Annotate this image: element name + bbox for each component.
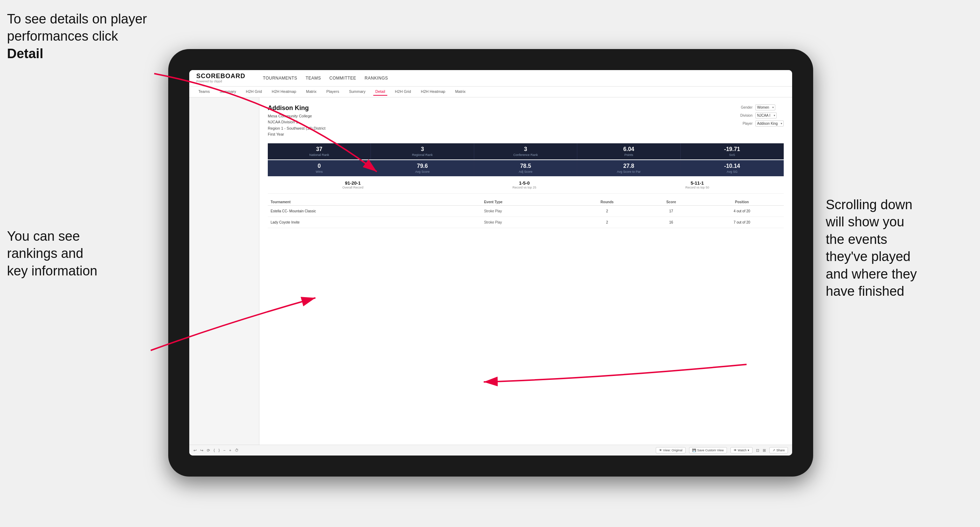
save-label: Save Custom View bbox=[697, 449, 724, 452]
division-select[interactable]: NJCAA I bbox=[755, 113, 777, 118]
position-1: 4 out of 20 bbox=[700, 206, 784, 217]
sub-nav: Teams Summary H2H Grid H2H Heatmap Matri… bbox=[189, 87, 792, 97]
tablet-frame: SCOREBOARD Powered by clippd TOURNAMENTS… bbox=[168, 49, 813, 476]
tab-teams[interactable]: Teams bbox=[196, 88, 212, 96]
redo-icon[interactable]: ↪ bbox=[200, 448, 203, 453]
logo-title: SCOREBOARD bbox=[196, 73, 245, 80]
score-1: 17 bbox=[642, 206, 700, 217]
regional-rank-value: 3 bbox=[374, 146, 470, 152]
gender-label: Gender bbox=[734, 105, 752, 110]
player-label: Player bbox=[734, 122, 752, 125]
player-filter-row: Player Addison King bbox=[734, 121, 784, 127]
tournament-table: Tournament Event Type Rounds Score Posit… bbox=[268, 199, 784, 228]
col-score: Score bbox=[642, 199, 700, 206]
tab-matrix2[interactable]: Matrix bbox=[453, 88, 468, 96]
record-overall: 91-20-1 Overall Record bbox=[342, 181, 363, 189]
tab-detail[interactable]: Detail bbox=[373, 88, 387, 96]
tab-matrix[interactable]: Matrix bbox=[304, 88, 318, 96]
watch-button[interactable]: 👁 Watch ▾ bbox=[730, 447, 752, 453]
records-row: 91-20-1 Overall Record 1-5-0 Record vs t… bbox=[268, 181, 784, 194]
adj-score-label: Adj Score bbox=[478, 170, 573, 173]
table-row: Lady Coyote Invite Stroke Play 2 16 7 ou… bbox=[268, 217, 784, 228]
player-name: Addison King bbox=[268, 105, 325, 112]
tournament-name-2: Lady Coyote Invite bbox=[268, 217, 460, 228]
refresh-icon[interactable]: ⟳ bbox=[207, 448, 210, 453]
stat-adj-score: 78.5 Adj Score bbox=[474, 160, 577, 176]
tab-h2h-grid2[interactable]: H2H Grid bbox=[393, 88, 413, 96]
player-year: First Year bbox=[268, 132, 325, 138]
annotation-bottom-left: You can seerankings andkey information bbox=[7, 228, 140, 279]
stat-wins: 0 Wins bbox=[268, 160, 371, 176]
tab-summary[interactable]: Summary bbox=[217, 88, 238, 96]
adj-score-value: 78.5 bbox=[478, 163, 573, 169]
share-icon: ↗ bbox=[773, 449, 775, 452]
tournament-empty-2 bbox=[460, 217, 481, 228]
undo-icon[interactable]: ↩ bbox=[194, 448, 197, 453]
avg-score-par-label: Avg Score to Par bbox=[581, 170, 676, 173]
view-original-button[interactable]: 👁 View: Original bbox=[656, 447, 686, 453]
nav-tournaments[interactable]: TOURNAMENTS bbox=[263, 76, 297, 81]
event-type-2: Stroke Play bbox=[481, 217, 572, 228]
tab-h2h-heatmap[interactable]: H2H Heatmap bbox=[269, 88, 298, 96]
tab-summary2[interactable]: Summary bbox=[347, 88, 368, 96]
avg-sg-label: Avg SG bbox=[684, 170, 780, 173]
nav-teams[interactable]: TEAMS bbox=[305, 76, 321, 81]
view-icon: 👁 bbox=[659, 449, 662, 452]
clock-icon[interactable]: ⏱ bbox=[235, 448, 239, 452]
stats-row-1: 37 National Rank 3 Regional Rank 3 Confe… bbox=[268, 143, 784, 159]
division-filter-row: Division NJCAA I bbox=[734, 113, 784, 118]
stat-avg-score-par: 27.8 Avg Score to Par bbox=[577, 160, 680, 176]
gender-select[interactable]: Women bbox=[755, 105, 775, 110]
overall-record-label: Overall Record bbox=[342, 186, 363, 189]
save-custom-view-button[interactable]: 💾 Save Custom View bbox=[689, 447, 727, 453]
stat-regional-rank: 3 Regional Rank bbox=[371, 143, 474, 159]
grid-icon[interactable]: ⊞ bbox=[763, 448, 766, 453]
nav-rankings[interactable]: RANKINGS bbox=[364, 76, 388, 81]
col-rounds: Rounds bbox=[572, 199, 643, 206]
col-empty bbox=[460, 199, 481, 206]
gender-select-wrapper[interactable]: Women bbox=[755, 105, 775, 110]
watch-icon: 👁 bbox=[733, 449, 737, 452]
app-logo: SCOREBOARD Powered by clippd bbox=[196, 73, 245, 83]
wins-label: Wins bbox=[271, 170, 367, 173]
nav-committee[interactable]: COMMITTEE bbox=[329, 76, 356, 81]
minus-icon[interactable]: − bbox=[223, 448, 225, 452]
stat-conference-rank: 3 Conference Rank bbox=[474, 143, 577, 159]
sos-value: -19.71 bbox=[684, 146, 780, 152]
regional-rank-label: Regional Rank bbox=[374, 153, 470, 157]
col-position: Position bbox=[700, 199, 784, 206]
annotation-text-prefix: To see details on player performances cl… bbox=[7, 11, 147, 43]
col-event-type: Event Type bbox=[481, 199, 572, 206]
score-2: 16 bbox=[642, 217, 700, 228]
share-button[interactable]: ↗ Share bbox=[769, 447, 788, 453]
tab-h2h-grid[interactable]: H2H Grid bbox=[243, 88, 264, 96]
player-select[interactable]: Addison King bbox=[755, 121, 784, 127]
annotation-top-left: To see details on player performances cl… bbox=[7, 11, 147, 62]
stat-national-rank: 37 National Rank bbox=[268, 143, 371, 159]
watch-chevron: ▾ bbox=[748, 449, 749, 452]
player-header: Addison King Mesa Community College NJCA… bbox=[268, 105, 784, 138]
forward-icon[interactable]: ⟩ bbox=[218, 448, 220, 453]
logo-sub: Powered by clippd bbox=[196, 80, 245, 83]
left-panel bbox=[189, 97, 259, 444]
content-area: Addison King Mesa Community College NJCA… bbox=[189, 97, 792, 444]
annotation-right: Scrolling downwill show youthe eventsthe… bbox=[826, 196, 973, 300]
table-row: Estella CC- Mountain Classic Stroke Play… bbox=[268, 206, 784, 217]
annotation-right-text: Scrolling downwill show youthe eventsthe… bbox=[826, 197, 917, 298]
sos-label: SoS bbox=[684, 153, 780, 157]
player-info: Addison King Mesa Community College NJCA… bbox=[268, 105, 325, 138]
tab-h2h-heatmap2[interactable]: H2H Heatmap bbox=[419, 88, 448, 96]
rounds-1: 2 bbox=[572, 206, 643, 217]
avg-score-value: 79.6 bbox=[374, 163, 470, 169]
top50-record-label: Record vs top 50 bbox=[685, 186, 709, 189]
screen-icon[interactable]: ⊡ bbox=[756, 448, 759, 453]
back-icon[interactable]: ⟨ bbox=[213, 448, 215, 453]
player-filters: Gender Women Division NJCAA bbox=[734, 105, 784, 127]
tab-players[interactable]: Players bbox=[324, 88, 341, 96]
division-select-wrapper[interactable]: NJCAA I bbox=[755, 113, 777, 118]
player-select-wrapper[interactable]: Addison King bbox=[755, 121, 784, 127]
plus-icon[interactable]: + bbox=[229, 448, 231, 452]
conference-rank-label: Conference Rank bbox=[478, 153, 573, 157]
player-college: Mesa Community College bbox=[268, 113, 325, 119]
avg-score-label: Avg Score bbox=[374, 170, 470, 173]
